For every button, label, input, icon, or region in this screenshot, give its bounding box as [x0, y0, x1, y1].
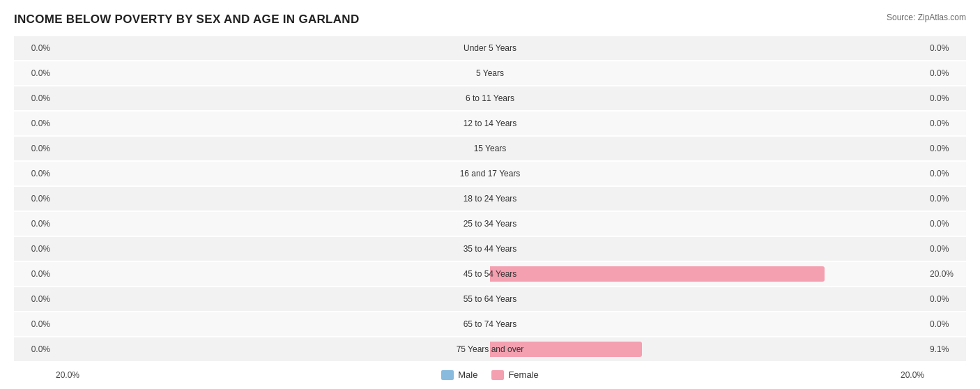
bar-label: Under 5 Years: [464, 43, 516, 53]
left-value: 0.0%: [14, 244, 56, 254]
bar-area: 16 and 17 Years: [56, 162, 924, 185]
bar-area: 65 to 74 Years: [56, 312, 924, 336]
female-swatch: [491, 370, 504, 380]
male-swatch: [441, 370, 454, 380]
bar-row: 0.0%55 to 64 Years0.0%: [14, 287, 966, 311]
bar-area: 75 Years and over: [56, 337, 924, 361]
right-value: 0.0%: [924, 294, 966, 304]
bar-label: 55 to 64 Years: [464, 294, 517, 304]
bar-label: 16 and 17 Years: [460, 169, 521, 178]
left-value: 0.0%: [14, 169, 56, 178]
bar-label: 5 Years: [476, 68, 504, 78]
bar-label: 12 to 14 Years: [464, 119, 517, 128]
right-value: 0.0%: [924, 93, 966, 103]
left-value: 0.0%: [14, 68, 56, 78]
left-value: 0.0%: [14, 294, 56, 304]
bar-area: Under 5 Years: [56, 36, 924, 60]
right-value: 20.0%: [924, 269, 966, 279]
bar-row: 0.0%35 to 44 Years0.0%: [14, 237, 966, 261]
bar-area: 15 Years: [56, 137, 924, 160]
chart-source: Source: ZipAtlas.com: [887, 13, 966, 22]
right-value: 0.0%: [924, 219, 966, 229]
left-value: 0.0%: [14, 219, 56, 229]
bar-row: 0.0%12 to 14 Years0.0%: [14, 112, 966, 135]
male-label: Male: [458, 369, 477, 380]
legend-area: Male Female: [91, 369, 889, 380]
right-value: 0.0%: [924, 68, 966, 78]
right-value: 0.0%: [924, 194, 966, 204]
bar-label: 35 to 44 Years: [464, 244, 517, 254]
right-value: 0.0%: [924, 144, 966, 153]
chart-header: INCOME BELOW POVERTY BY SEX AND AGE IN G…: [14, 13, 966, 26]
bar-area: 25 to 34 Years: [56, 212, 924, 236]
bar-label: 15 Years: [474, 144, 507, 153]
bar-row: 0.0%18 to 24 Years0.0%: [14, 187, 966, 211]
bar-label: 6 to 11 Years: [466, 93, 514, 103]
footer-right-value: 20.0%: [889, 370, 924, 380]
right-value: 0.0%: [924, 319, 966, 329]
bar-area: 18 to 24 Years: [56, 187, 924, 211]
bar-row: 0.0%75 Years and over9.1%: [14, 337, 966, 361]
bar-area: 55 to 64 Years: [56, 287, 924, 311]
bar-row: 0.0%16 and 17 Years0.0%: [14, 162, 966, 185]
chart-title: INCOME BELOW POVERTY BY SEX AND AGE IN G…: [14, 13, 360, 26]
bar-label: 25 to 34 Years: [464, 219, 517, 229]
bar-row: 0.0%15 Years0.0%: [14, 137, 966, 160]
left-value: 0.0%: [14, 269, 56, 279]
bar-row: 0.0%Under 5 Years0.0%: [14, 36, 966, 60]
bar-label: 65 to 74 Years: [464, 319, 517, 329]
left-value: 0.0%: [14, 344, 56, 354]
left-value: 0.0%: [14, 119, 56, 128]
female-label: Female: [508, 369, 538, 380]
right-value: 0.0%: [924, 169, 966, 178]
bar-row: 0.0%65 to 74 Years0.0%: [14, 312, 966, 336]
left-value: 0.0%: [14, 144, 56, 153]
bar-area: 5 Years: [56, 61, 924, 85]
bar-row: 0.0%5 Years0.0%: [14, 61, 966, 85]
bar-row: 0.0%25 to 34 Years0.0%: [14, 212, 966, 236]
female-bar: [490, 266, 825, 282]
bar-area: 35 to 44 Years: [56, 237, 924, 261]
right-value: 0.0%: [924, 119, 966, 128]
legend-female: Female: [491, 369, 538, 380]
right-value: 0.0%: [924, 43, 966, 53]
chart-footer: 20.0% Male Female 20.0%: [14, 369, 966, 380]
bar-area: 12 to 14 Years: [56, 112, 924, 135]
bar-row: 0.0%6 to 11 Years0.0%: [14, 86, 966, 110]
right-value: 0.0%: [924, 244, 966, 254]
left-value: 0.0%: [14, 43, 56, 53]
legend-male: Male: [441, 369, 477, 380]
chart-body: 0.0%Under 5 Years0.0%0.0%5 Years0.0%0.0%…: [14, 36, 966, 363]
left-value: 0.0%: [14, 93, 56, 103]
female-bar-container: [490, 340, 642, 358]
left-value: 0.0%: [14, 319, 56, 329]
footer-left-value: 20.0%: [56, 370, 91, 380]
bar-area: 45 to 54 Years: [56, 262, 924, 286]
left-value: 0.0%: [14, 194, 56, 204]
female-bar: [490, 342, 642, 357]
chart-container: INCOME BELOW POVERTY BY SEX AND AGE IN G…: [0, 0, 980, 389]
bar-label: 18 to 24 Years: [464, 194, 517, 204]
right-value: 9.1%: [924, 344, 966, 354]
female-bar-container: [490, 265, 825, 283]
bar-row: 0.0%45 to 54 Years20.0%: [14, 262, 966, 286]
bar-area: 6 to 11 Years: [56, 86, 924, 110]
